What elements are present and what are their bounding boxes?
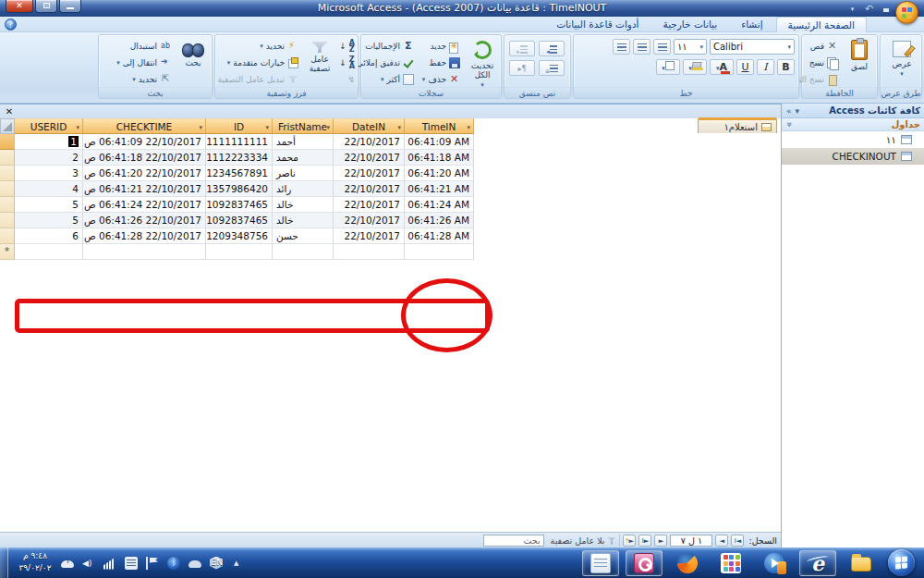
record-selector[interactable] [0, 228, 15, 244]
next-record-button[interactable]: ► [654, 535, 667, 547]
italic-button[interactable]: I [757, 59, 774, 75]
column-header-id[interactable]: ID▾ [206, 118, 273, 134]
cell-datein[interactable]: 22/10/2017 [334, 197, 405, 213]
select-button[interactable]: تحديد▾ [101, 72, 173, 86]
paste-button[interactable]: لصق [844, 38, 875, 88]
taskbar-app-media-player[interactable] [756, 550, 793, 576]
no-filter-button[interactable]: بلا عامل تصفية [547, 535, 621, 547]
ribbon-tab-0[interactable]: الصفحة الرئيسية [776, 17, 867, 32]
empty-cell[interactable] [15, 244, 83, 260]
sidebar-item-0[interactable]: ١١ [782, 131, 924, 148]
empty-cell[interactable] [334, 244, 405, 260]
undo-icon[interactable]: ↶ [862, 3, 876, 15]
taskbar-app-access[interactable] [626, 550, 663, 576]
column-dropdown-icon[interactable]: ▾ [199, 124, 202, 131]
onedrive-icon[interactable] [188, 560, 201, 568]
record-position-box[interactable]: ١ ل ٧ [670, 535, 712, 547]
column-dropdown-icon[interactable]: ▾ [76, 124, 79, 131]
cell-datein[interactable]: 22/10/2017 [334, 150, 405, 166]
cell-datein[interactable]: 22/10/2017 [334, 134, 405, 150]
cut-button[interactable]: قص [801, 39, 840, 53]
cell-userid[interactable]: 6 [15, 228, 83, 244]
cell-datein[interactable]: 22/10/2017 [334, 166, 405, 181]
direction-button[interactable]: ¶▸ [509, 60, 535, 76]
new-blank-record-button[interactable]: ►* [623, 535, 636, 547]
record-selector[interactable] [0, 181, 15, 197]
new-record-row[interactable]: * [0, 244, 474, 260]
cell-fristname[interactable]: حسن [273, 228, 334, 244]
delete-record-button[interactable]: حذف▾ [419, 72, 462, 86]
cell-timein[interactable]: 06:41:18 AM [405, 150, 474, 166]
taskbar-app-file-explorer[interactable] [843, 550, 880, 576]
record-selector[interactable] [0, 166, 15, 181]
sidebar-item-1[interactable]: CHECKINOUT [782, 148, 924, 165]
toggle-filter-button[interactable]: تبديل عامل التصفية [215, 72, 300, 86]
format-painter-button[interactable]: نسخ التنسيق [801, 72, 840, 86]
nav-pane-shutter-icon[interactable]: » [786, 106, 792, 116]
new-record-selector[interactable]: * [0, 244, 15, 260]
new-record-button[interactable]: جديد [419, 39, 462, 53]
align-left-button[interactable] [613, 39, 630, 55]
start-button[interactable] [888, 549, 915, 576]
cell-checktime[interactable]: ص 06:41:09 22/10/2017 [83, 134, 206, 150]
calendar-icon[interactable] [125, 557, 138, 570]
table-row[interactable]: 6ص 06:41:28 22/10/20171209348756حسن22/10… [0, 228, 474, 244]
cell-userid[interactable]: 3 [15, 166, 83, 181]
last-record-button[interactable]: ►Ι [638, 535, 651, 547]
navigation-pane-header[interactable]: كافة كائنات Access ▾ » [782, 104, 924, 118]
totals-button[interactable]: الإجماليات [360, 39, 416, 53]
language-indicator[interactable]: EN [211, 557, 223, 567]
cell-userid[interactable]: 2 [15, 150, 83, 166]
tray-expand-icon[interactable] [231, 557, 244, 570]
cell-fristname[interactable]: ناصر [273, 166, 334, 181]
help-icon[interactable]: ? [5, 18, 17, 31]
clear-sort-button[interactable]: ↯ [338, 72, 355, 86]
cell-datein[interactable]: 22/10/2017 [334, 181, 405, 197]
cell-timein[interactable]: 06:41:21 AM [405, 181, 474, 197]
ribbon-tab-2[interactable]: بيانات خارجية [652, 17, 729, 32]
empty-cell[interactable] [83, 244, 206, 260]
font-color-button[interactable]: A▾ [710, 59, 734, 75]
cell-userid[interactable]: 4 [15, 181, 83, 197]
taskbar-app-app-grid[interactable] [712, 550, 749, 576]
taskbar-app-internet-explorer[interactable]: e [799, 550, 836, 576]
advanced-button[interactable]: خيارات متقدمة▾ [215, 55, 300, 69]
cell-checktime[interactable]: ص 06:41:20 22/10/2017 [83, 166, 206, 181]
record-search-input[interactable]: بحث [483, 535, 544, 547]
taskbar-app-firefox[interactable] [669, 550, 706, 576]
table-row[interactable]: 3ص 06:41:20 22/10/20171234567891ناصر22/1… [0, 166, 474, 181]
font-name-select[interactable]: Calibri▾ [710, 39, 795, 55]
column-header-fristname[interactable]: FristName▾ [273, 118, 334, 134]
cell-checktime[interactable]: ص 06:41:18 22/10/2017 [83, 150, 206, 166]
column-header-timein[interactable]: TimeIN▾ [405, 118, 474, 134]
cell-userid[interactable]: 5 [15, 213, 83, 228]
close-object-icon[interactable]: ✕ [4, 106, 15, 117]
bold-button[interactable]: B [777, 59, 795, 75]
cell-timein[interactable]: 06:41:24 AM [405, 197, 474, 213]
record-selector[interactable] [0, 150, 15, 166]
table-row[interactable]: 5ص 06:41:26 22/10/20171092837465خالد22/1… [0, 213, 474, 228]
cell-fristname[interactable]: خالد [273, 197, 334, 213]
customize-qat-icon[interactable]: ▾ [845, 3, 859, 15]
network-signal-icon[interactable] [103, 557, 116, 570]
cell-id[interactable]: 1357986420 [206, 181, 273, 197]
cell-fristname[interactable]: أحمد [273, 134, 334, 150]
office-button[interactable] [895, 1, 918, 24]
gridlines-button[interactable]: ▾ [656, 59, 680, 75]
underline-button[interactable]: U [736, 59, 754, 75]
cell-id[interactable]: 1092837465 [206, 197, 273, 213]
column-dropdown-icon[interactable]: ▾ [467, 124, 470, 131]
sort-descending-button[interactable]: ZA↓ [338, 55, 355, 69]
column-header-userid[interactable]: USERID▾ [15, 118, 83, 134]
cell-id[interactable]: 1092837465 [206, 213, 273, 228]
volume-icon[interactable] [82, 557, 95, 570]
cloud-upload-icon[interactable] [61, 560, 74, 568]
flag-icon[interactable] [146, 557, 159, 570]
nav-pane-dropdown-icon[interactable]: ▾ [796, 106, 800, 116]
cell-datein[interactable]: 22/10/2017 [334, 228, 405, 244]
column-dropdown-icon[interactable]: ▾ [397, 124, 401, 131]
table-row[interactable]: 4ص 06:41:21 22/10/20171357986420رائد22/1… [0, 181, 474, 197]
align-center-button[interactable] [633, 39, 650, 55]
cell-fristname[interactable]: محمد [273, 150, 334, 166]
selection-button[interactable]: تحديد▾ [215, 39, 300, 53]
